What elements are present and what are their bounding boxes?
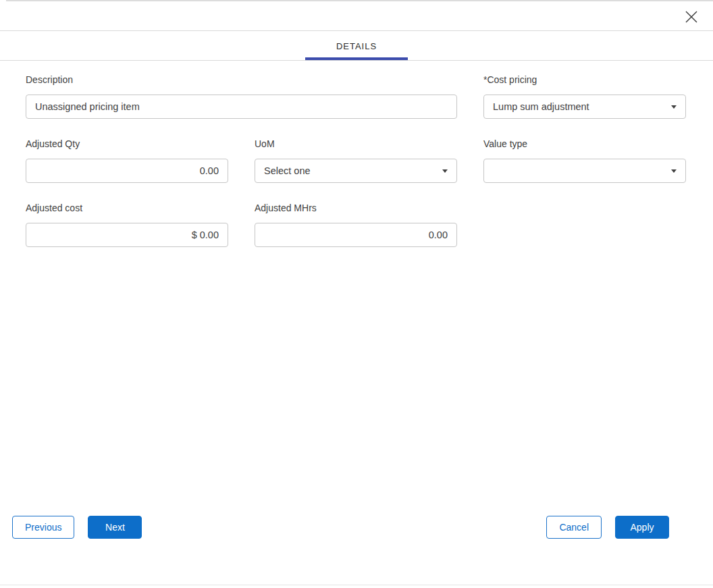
footer-left-buttons: Previous Next [12, 516, 142, 539]
cost-pricing-label: *Cost pricing [483, 74, 686, 86]
adjusted-qty-input[interactable] [26, 159, 228, 183]
adjusted-cost-input[interactable] [26, 223, 228, 247]
chevron-down-icon [671, 105, 677, 109]
adjusted-qty-field-group: Adjusted Qty [26, 138, 228, 183]
footer-right-buttons: Cancel Apply [546, 516, 669, 539]
uom-select[interactable]: Select one [255, 159, 457, 183]
description-input[interactable] [26, 95, 457, 119]
previous-button[interactable]: Previous [12, 516, 74, 539]
uom-field-group: UoM Select one [255, 138, 457, 183]
dialog-bottom-border [0, 585, 713, 585]
uom-selected-value: Select one [264, 165, 311, 176]
pricing-item-dialog: DETAILS Description *Cost pricing Lump s… [0, 0, 713, 588]
description-label: Description [26, 74, 457, 86]
description-field-group: Description [26, 74, 457, 119]
adjusted-cost-field-group: Adjusted cost [26, 203, 228, 247]
next-button[interactable]: Next [88, 516, 142, 539]
adjusted-cost-label: Adjusted cost [26, 203, 228, 214]
adjusted-mhrs-field-group: Adjusted MHrs [255, 203, 457, 247]
value-type-select[interactable] [483, 159, 686, 183]
dialog-header [0, 1, 713, 31]
adjusted-mhrs-label: Adjusted MHrs [255, 203, 457, 214]
details-form: Description *Cost pricing Lump sum adjus… [26, 61, 686, 247]
cost-pricing-field-group: *Cost pricing Lump sum adjustment [483, 74, 686, 119]
value-type-field-group: Value type [483, 138, 686, 183]
value-type-label: Value type [483, 138, 686, 150]
cost-pricing-select[interactable]: Lump sum adjustment [483, 95, 686, 119]
chevron-down-icon [442, 169, 448, 173]
dialog-footer: Previous Next Cancel Apply [12, 516, 669, 539]
chevron-down-icon [671, 169, 677, 173]
uom-label: UoM [255, 138, 457, 150]
active-tab-underline [305, 57, 408, 60]
adjusted-qty-label: Adjusted Qty [26, 138, 228, 150]
cost-pricing-selected-value: Lump sum adjustment [493, 101, 589, 112]
apply-button[interactable]: Apply [615, 516, 669, 539]
tab-bar: DETAILS [0, 32, 713, 61]
tab-details[interactable]: DETAILS [305, 32, 408, 60]
close-button[interactable] [682, 7, 701, 26]
adjusted-mhrs-input[interactable] [255, 223, 457, 247]
tab-details-label: DETAILS [336, 41, 377, 51]
cancel-button[interactable]: Cancel [546, 516, 602, 539]
close-icon [683, 9, 699, 25]
